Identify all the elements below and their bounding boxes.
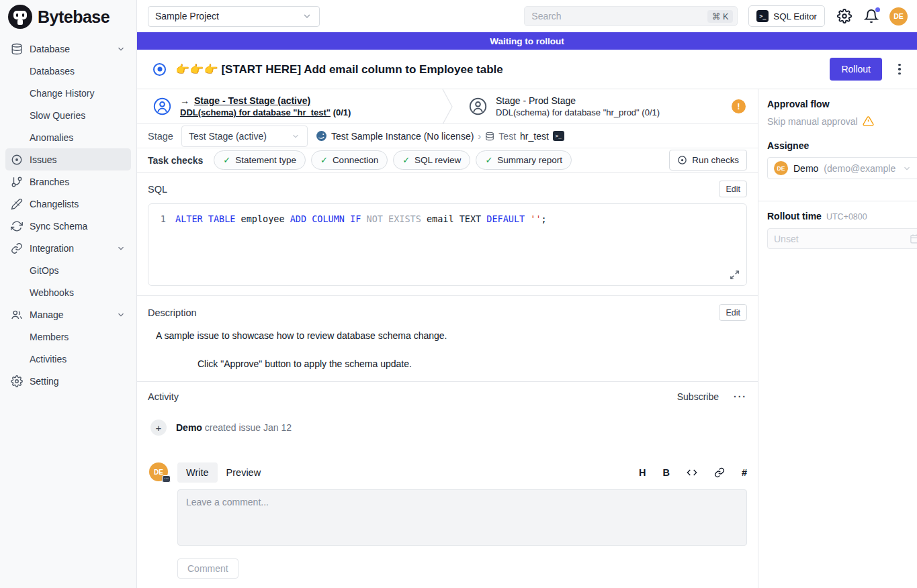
issues-icon xyxy=(11,154,23,166)
comment-avatar: DE xyxy=(149,462,168,481)
issue-header: 👉👉👉 [START HERE] Add email column to Emp… xyxy=(137,50,917,89)
search-box[interactable]: ⌘ K xyxy=(524,6,738,26)
sidebar-item-label: Databases xyxy=(30,66,75,77)
stage-task-link[interactable]: DDL(schema) for database "hr_test" xyxy=(180,107,331,117)
sidebar-item-branches[interactable]: Branches xyxy=(5,170,131,193)
content-row: → Stage - Test Stage (active) DDL(schema… xyxy=(137,89,917,588)
stage-text: → Stage - Test Stage (active) DDL(schema… xyxy=(180,95,351,117)
comment-input[interactable] xyxy=(177,489,747,546)
sidebar-item-activities[interactable]: Activities xyxy=(5,348,131,370)
user-avatar[interactable]: DE xyxy=(889,7,908,26)
link-icon[interactable] xyxy=(714,467,725,478)
run-checks-label: Run checks xyxy=(692,155,739,165)
subscribe-button[interactable]: Subscribe xyxy=(677,391,719,402)
sidebar-item-databases[interactable]: Databases xyxy=(5,60,131,82)
sidebar-item-manage[interactable]: Manage xyxy=(5,303,131,326)
sidebar-item-sync-schema[interactable]: Sync Schema xyxy=(5,215,131,237)
more-actions-kebab-icon[interactable] xyxy=(893,64,906,75)
event-actor: Demo xyxy=(176,422,202,433)
description-edit-button[interactable]: Edit xyxy=(719,304,747,321)
stage-separator-chevron xyxy=(442,89,453,124)
check-pass-icon: ✓ xyxy=(223,155,230,165)
postgres-elephant-icon xyxy=(316,130,327,142)
stage-card-prod[interactable]: Stage - Prod Stage DDL(schema) for datab… xyxy=(453,89,758,124)
gear-icon xyxy=(11,375,23,387)
rollout-time-heading: Rollout time xyxy=(767,211,822,222)
approval-flow-value: Skip manual approval xyxy=(767,116,858,127)
expand-fullscreen-icon[interactable] xyxy=(730,270,740,280)
sidebar-item-label: Issues xyxy=(30,154,56,165)
pointing-finger-emojis: 👉👉👉 xyxy=(175,63,218,76)
stage-text: Stage - Prod Stage DDL(schema) for datab… xyxy=(496,95,660,117)
brand-logo[interactable]: Bytebase xyxy=(0,0,136,34)
sql-edit-button[interactable]: Edit xyxy=(719,181,747,197)
terminal-icon: >_ xyxy=(756,10,769,22)
database-link[interactable]: hr_test xyxy=(520,131,549,142)
sidebar-item-changelists[interactable]: Changelists xyxy=(5,193,131,215)
tab-write[interactable]: Write xyxy=(177,462,218,483)
status-banner: Waiting to rollout xyxy=(137,32,917,50)
check-pill-label: Statement type xyxy=(235,155,296,165)
sql-section-title: SQL xyxy=(148,184,167,195)
sidebar-item-label: Sync Schema xyxy=(30,221,87,232)
check-pill-statement-type[interactable]: ✓ Statement type xyxy=(214,150,306,170)
settings-gear-icon[interactable] xyxy=(837,9,852,23)
rollout-time-input[interactable]: Unset xyxy=(767,228,917,249)
sql-editor-button[interactable]: >_ SQL Editor xyxy=(748,5,825,27)
project-selector[interactable]: Sample Project xyxy=(148,6,320,27)
tab-preview[interactable]: Preview xyxy=(218,462,270,483)
environment-link[interactable]: Test xyxy=(498,131,516,142)
sidebar-item-database[interactable]: Database xyxy=(5,38,131,60)
check-pill-summary-report[interactable]: ✓ Summary report xyxy=(476,150,572,170)
task-checks-label: Task checks xyxy=(148,155,203,166)
search-input[interactable] xyxy=(531,11,707,21)
sidebar-item-members[interactable]: Members xyxy=(5,326,131,348)
check-pill-connection[interactable]: ✓ Connection xyxy=(311,150,388,170)
rollout-button[interactable]: Rollout xyxy=(830,58,882,81)
check-pass-icon: ✓ xyxy=(485,155,492,165)
sql-code-viewer[interactable]: 1 ALTER TABLE employee ADD COLUMN IF NOT… xyxy=(148,203,747,286)
sidebar-nav: Database Databases Change History Slow Q… xyxy=(0,34,136,396)
assignee-select[interactable]: DE Demo (demo@example xyxy=(767,157,917,179)
assignee-person-icon xyxy=(469,97,487,115)
sidebar-item-slow-queries[interactable]: Slow Queries xyxy=(5,104,131,126)
plus-icon: + xyxy=(150,420,167,436)
sidebar-item-label: Manage xyxy=(30,309,64,320)
users-icon xyxy=(11,309,23,321)
heading-icon[interactable]: H xyxy=(639,467,646,478)
stage-title-link[interactable]: Stage - Test Stage (active) xyxy=(194,95,310,106)
sidebar-item-label: Members xyxy=(30,332,69,342)
chevron-down-icon xyxy=(302,11,312,21)
sidebar-item-setting[interactable]: Setting xyxy=(5,370,131,392)
activity-more-kebab-icon[interactable]: ··· xyxy=(734,391,747,402)
run-checks-button[interactable]: Run checks xyxy=(669,150,747,170)
activity-section-title: Activity xyxy=(148,391,179,402)
database-breadcrumb: Test Sample Instance (No license) › Test… xyxy=(316,130,564,142)
code-icon[interactable] xyxy=(687,467,697,478)
stage-select[interactable]: Test Stage (active) xyxy=(181,126,308,147)
stage-task-progress: (0/1) xyxy=(642,107,660,117)
approval-flow-heading: Approval flow xyxy=(767,99,917,109)
line-number: 1 xyxy=(148,212,175,226)
bytebase-logo-icon xyxy=(8,5,32,29)
hash-icon[interactable]: # xyxy=(742,467,747,478)
assignee-email: (demo@example xyxy=(824,163,896,174)
bold-icon[interactable]: B xyxy=(662,467,669,478)
sidebar-item-label: Branches xyxy=(30,177,69,187)
sidebar-item-label: Slow Queries xyxy=(30,110,85,121)
stage-card-test[interactable]: → Stage - Test Stage (active) DDL(schema… xyxy=(137,89,442,124)
database-icon xyxy=(485,132,494,141)
sidebar-item-webhooks[interactable]: Webhooks xyxy=(5,281,131,303)
comment-submit-button[interactable]: Comment xyxy=(177,558,238,579)
arrow-right-icon: → xyxy=(180,95,189,106)
instance-link[interactable]: Test Sample Instance (No license) xyxy=(331,131,474,142)
sidebar-item-anomalies[interactable]: Anomalies xyxy=(5,126,131,148)
description-body: A sample issue to showcase how to review… xyxy=(148,321,747,372)
check-pill-sql-review[interactable]: ✓ SQL review xyxy=(393,150,470,170)
sidebar-item-change-history[interactable]: Change History xyxy=(5,82,131,104)
open-sql-editor-icon[interactable]: >_ xyxy=(553,131,564,141)
sidebar-item-issues[interactable]: Issues xyxy=(5,148,131,170)
sidebar-item-integration[interactable]: Integration xyxy=(5,237,131,259)
notification-bell-icon[interactable] xyxy=(864,9,879,23)
sidebar-item-gitops[interactable]: GitOps xyxy=(5,259,131,281)
